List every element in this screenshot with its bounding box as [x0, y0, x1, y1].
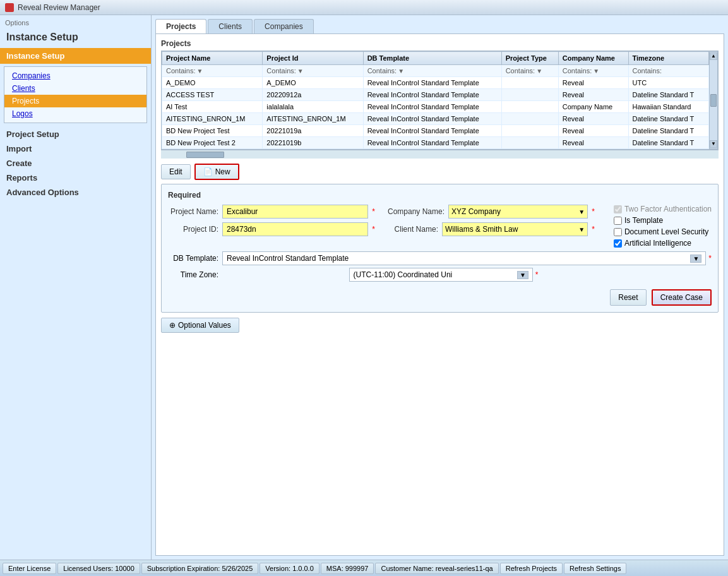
actions-row: Edit 📄 New [161, 164, 719, 180]
required-section: Required Project Name: * Project ID: [161, 184, 719, 313]
new-button[interactable]: 📄 New [194, 164, 239, 180]
refresh-projects-btn[interactable]: Refresh Projects [500, 563, 563, 574]
sidebar-active-item[interactable]: Instance Setup [0, 48, 151, 64]
table-row[interactable]: BD New Project Test20221019aReveal InCon… [162, 125, 709, 137]
sidebar: Options Instance Setup Instance Setup Co… [0, 15, 152, 560]
tab-projects[interactable]: Projects [155, 19, 206, 33]
timezone-required: * [535, 270, 539, 279]
bottom-buttons: Reset Create Case [168, 289, 712, 306]
col-project-type: Project Type [501, 52, 558, 65]
filter-timezone[interactable]: Contains: [628, 65, 708, 77]
ai-checkbox[interactable] [614, 239, 622, 248]
refresh-settings-btn[interactable]: Refresh Settings [564, 563, 626, 574]
client-dropdown-icon[interactable]: ▼ [578, 226, 585, 233]
scroll-up-btn[interactable]: ▲ [710, 52, 717, 60]
title-bar: Reveal Review Manager [0, 0, 728, 15]
sidebar-import[interactable]: Import [0, 140, 151, 155]
project-name-row: Project Name: * [168, 205, 375, 219]
table-scrollbar-vertical[interactable]: ▲ ▼ [709, 51, 718, 149]
table-row[interactable]: ACCESS TEST20220912aReveal InControl Sta… [162, 89, 709, 101]
sidebar-nav: Companies Clients Projects Logos [4, 66, 147, 123]
scroll-thumb[interactable] [710, 94, 717, 107]
client-name-label: Client Name: [388, 225, 438, 234]
table-row[interactable]: BD New Project Test 220221019bReveal InC… [162, 137, 709, 149]
sidebar-item-clients[interactable]: Clients [4, 82, 146, 95]
is-template-checkbox[interactable] [614, 217, 622, 225]
customer-name: Customer Name: reveal-series11-qa [375, 563, 498, 574]
panel-label: Projects [161, 39, 719, 48]
project-id-required: * [372, 225, 375, 234]
is-template-row: Is Template [614, 216, 712, 225]
col-company-name: Company Name [558, 52, 628, 65]
company-name-select[interactable]: XYZ Company ▼ [448, 205, 588, 219]
new-icon: 📄 [203, 167, 213, 176]
status-bar: Enter License Licensed Users: 10000 Subs… [0, 560, 728, 576]
project-id-row: Project ID: * [168, 222, 375, 236]
sidebar-item-projects[interactable]: Projects [4, 95, 146, 107]
two-factor-auth-checkbox[interactable] [614, 205, 622, 213]
edit-button[interactable]: Edit [161, 164, 191, 179]
db-template-dropdown-icon[interactable]: ▼ [690, 255, 701, 263]
licensed-users: Licensed Users: 10000 [57, 563, 140, 574]
client-name-required: * [592, 225, 595, 234]
sidebar-create[interactable]: Create [0, 155, 151, 169]
project-name-input[interactable] [222, 205, 368, 219]
scroll-h-thumb[interactable] [186, 152, 224, 158]
client-name-select[interactable]: Williams & Smith Law ▼ [442, 222, 588, 236]
ai-label: Artificial Intelligence [624, 239, 691, 248]
sidebar-reports[interactable]: Reports [0, 169, 151, 184]
tab-clients[interactable]: Clients [208, 19, 253, 33]
expand-icon: ⊕ [169, 321, 176, 330]
tabs-row: Projects Clients Companies [155, 19, 724, 33]
checkboxes-col: Two Factor Authentication Is Template Do… [607, 205, 712, 248]
sidebar-advanced-options[interactable]: Advanced Options [0, 184, 151, 198]
doc-level-security-row: Document Level Security [614, 227, 712, 236]
project-id-input[interactable] [222, 222, 368, 236]
two-factor-auth-row: Two Factor Authentication [614, 205, 712, 213]
table-scrollbar-horizontal[interactable] [161, 150, 719, 159]
table-row[interactable]: AI TestialalalalaReveal InControl Standa… [162, 101, 709, 113]
timezone-label: Time Zone: [168, 270, 218, 279]
db-template-select[interactable]: Reveal InControl Standard Template ▼ [222, 251, 706, 265]
company-dropdown-icon[interactable]: ▼ [578, 208, 585, 215]
client-name-row: Client Name: Williams & Smith Law ▼ * [388, 222, 595, 236]
table-row[interactable]: AITESTING_ENRON_1MAITESTING_ENRON_1MReve… [162, 113, 709, 125]
filter-company-name[interactable]: Contains: ▼ [558, 65, 628, 77]
filter-project-name[interactable]: Contains: ▼ [162, 65, 263, 77]
filter-project-id[interactable]: Contains: ▼ [263, 65, 363, 77]
sidebar-item-companies[interactable]: Companies [4, 69, 146, 82]
subscription-expiration: Subscription Expiration: 5/26/2025 [141, 563, 259, 574]
col-timezone: Timezone [628, 52, 708, 65]
content-area: Projects Clients Companies Projects Proj… [152, 15, 728, 560]
db-template-row: DB Template: Reveal InControl Standard T… [168, 251, 712, 265]
filter-project-type[interactable]: Contains: ▼ [501, 65, 558, 77]
options-label: Options [0, 15, 151, 28]
app-title: Reveal Review Manager [18, 3, 100, 12]
timezone-dropdown-icon[interactable]: ▼ [517, 271, 528, 279]
timezone-row: Time Zone: (UTC-11:00) Coordinated Uni ▼… [168, 268, 712, 282]
sidebar-section-title: Instance Setup [0, 28, 151, 48]
projects-table: Project Name Project Id DB Template Proj… [162, 51, 709, 149]
col-project-id: Project Id [263, 52, 363, 65]
company-name-label: Company Name: [388, 207, 445, 216]
doc-level-security-label: Document Level Security [624, 227, 708, 236]
project-name-required: * [372, 207, 375, 216]
create-case-button[interactable]: Create Case [652, 289, 712, 306]
enter-license-btn[interactable]: Enter License [3, 563, 56, 574]
scroll-down-btn[interactable]: ▼ [710, 140, 717, 148]
version: Version: 1.0.0.0 [260, 563, 319, 574]
msa: MSA: 999997 [321, 563, 374, 574]
app-icon [5, 3, 14, 12]
doc-level-security-checkbox[interactable] [614, 228, 622, 236]
sidebar-project-setup[interactable]: Project Setup [0, 126, 151, 140]
reset-button[interactable]: Reset [610, 289, 646, 306]
tab-companies[interactable]: Companies [254, 19, 314, 33]
company-name-required: * [592, 207, 595, 216]
table-row[interactable]: A_DEMOA_DEMOReveal InControl Standard Te… [162, 77, 709, 89]
optional-values-button[interactable]: ⊕ Optional Values [161, 318, 239, 333]
timezone-select[interactable]: (UTC-11:00) Coordinated Uni ▼ [349, 268, 533, 282]
filter-db-template[interactable]: Contains: ▼ [363, 65, 501, 77]
sidebar-item-logos[interactable]: Logos [4, 107, 146, 120]
optional-values-row: ⊕ Optional Values [161, 318, 719, 333]
db-template-required: * [708, 254, 712, 263]
